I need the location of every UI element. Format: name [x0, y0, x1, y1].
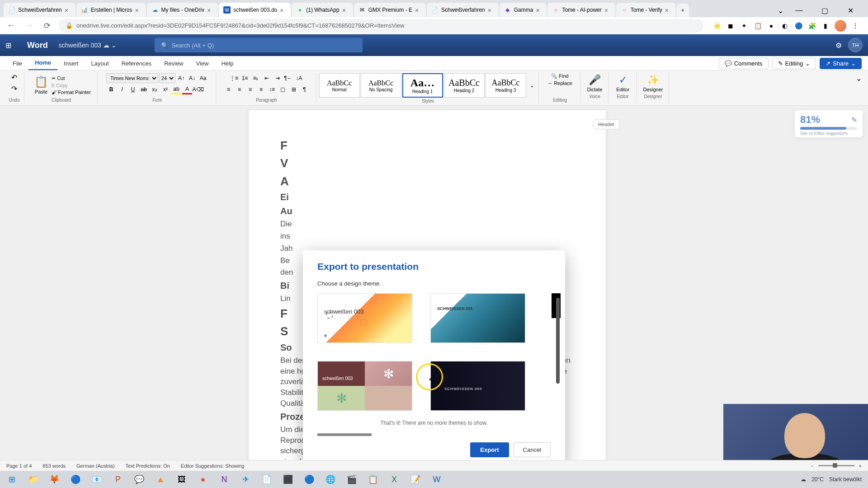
scrollbar[interactable]	[556, 298, 560, 384]
theme-option[interactable]: schweißen 003	[317, 293, 412, 343]
decrease-font-icon[interactable]: A↓	[187, 73, 197, 83]
tab-home[interactable]: Home	[28, 56, 57, 70]
browser-tab[interactable]: ●(1) WhatsApp×	[292, 3, 353, 17]
gear-icon[interactable]: ⚙	[835, 41, 842, 50]
styles-more-button[interactable]: ⌄	[527, 80, 537, 90]
find-button[interactable]: 🔍 Find	[551, 73, 568, 79]
bold-button[interactable]: B	[106, 84, 116, 94]
shading-button[interactable]: ▢	[278, 84, 288, 94]
font-size-select[interactable]: 24	[159, 73, 175, 83]
close-icon[interactable]: ×	[135, 7, 142, 13]
extension-icon[interactable]: 🔵	[794, 21, 803, 30]
page-indicator[interactable]: Page 1 of 4	[6, 463, 32, 469]
style-heading-1[interactable]: Aa…Heading 1	[402, 73, 443, 98]
browser-tab[interactable]: 📄Schweißverfahren×	[427, 3, 499, 17]
chrome-icon[interactable]: 🔵	[66, 472, 85, 487]
format-painter-button[interactable]: 🖌 Format Painter	[52, 89, 91, 95]
extension-icon[interactable]: 📋	[753, 21, 762, 30]
align-right-button[interactable]: ≡	[245, 84, 255, 94]
onenote-icon[interactable]: N	[214, 472, 234, 487]
strikethrough-button[interactable]: ab	[139, 84, 149, 94]
export-button[interactable]: Export	[470, 442, 509, 457]
weather-text[interactable]: Stark bewölkt	[829, 476, 862, 483]
menu-icon[interactable]: ⋮	[851, 21, 860, 30]
close-button[interactable]: ✕	[840, 4, 861, 17]
close-icon[interactable]: ×	[65, 7, 71, 13]
suggestions-indicator[interactable]: Editor Suggestions: Showing	[181, 463, 245, 469]
increase-font-icon[interactable]: A↑	[176, 73, 186, 83]
theme-option[interactable]: SCHWEISSEN 003	[430, 293, 525, 343]
app-icon[interactable]: 🔵	[299, 472, 319, 487]
extension-icon[interactable]: ⭐	[712, 21, 722, 30]
scrollbar[interactable]	[317, 433, 372, 436]
document-name[interactable]: schweißen 003 ☁ ⌄	[59, 42, 117, 49]
copy-button[interactable]: ⎘ Copy	[52, 83, 91, 88]
tab-layout[interactable]: Layout	[85, 57, 115, 70]
weather-icon[interactable]: ☁	[801, 476, 806, 483]
browser-tab-active[interactable]: Wschweißen 003.do×	[219, 3, 291, 17]
zoom-slider[interactable]	[818, 465, 854, 466]
close-icon[interactable]: ×	[280, 7, 286, 13]
outlook-icon[interactable]: 📧	[87, 472, 107, 487]
text-direction-button[interactable]: ¶←	[283, 73, 293, 83]
font-color-button[interactable]: A	[182, 84, 192, 94]
share-button[interactable]: ↗Share ⌄	[820, 58, 862, 69]
underline-button[interactable]: U	[128, 84, 138, 94]
start-button[interactable]: ⊞	[2, 472, 22, 487]
extension-icon[interactable]: ✦	[740, 21, 749, 30]
cut-button[interactable]: ✂ Cut	[52, 75, 91, 81]
app-icon[interactable]: ⬛	[278, 472, 298, 487]
dictate-button[interactable]: 🎤 Dictate	[584, 73, 605, 93]
bullets-button[interactable]: ⋮≡	[229, 73, 239, 83]
close-icon[interactable]: ×	[415, 7, 421, 13]
sort-button[interactable]: ↓A	[294, 73, 304, 83]
tab-review[interactable]: Review	[158, 57, 190, 70]
theme-option[interactable]: schweißen 003 ✻ ✻	[317, 361, 412, 411]
vlc-icon[interactable]: ▲	[151, 472, 170, 487]
extensions-menu-icon[interactable]: 🧩	[807, 21, 816, 30]
minimize-button[interactable]: —	[789, 4, 809, 17]
maximize-button[interactable]: ▢	[815, 4, 835, 17]
replace-button[interactable]: ↔ Replace	[547, 80, 572, 86]
browser-tab[interactable]: ✉GMX Premium - E×	[354, 3, 426, 17]
style-no-spacing[interactable]: AaBbCcNo Spacing	[361, 73, 401, 98]
user-avatar[interactable]: TH	[848, 38, 863, 52]
word-icon[interactable]: W	[427, 472, 447, 487]
temperature[interactable]: 20°C	[811, 476, 824, 483]
app-icon[interactable]: 💬	[129, 472, 149, 487]
highlight-button[interactable]: ab	[171, 84, 181, 94]
subscript-button[interactable]: x₂	[150, 84, 160, 94]
browser-tab[interactable]: 📄Schweißverfahren×	[4, 3, 75, 17]
change-case-icon[interactable]: Aa	[198, 73, 208, 83]
app-icon[interactable]: 🎬	[342, 472, 362, 487]
word-count[interactable]: 853 words	[42, 463, 66, 469]
bookmarks-icon[interactable]: ▮	[821, 21, 830, 30]
new-tab-button[interactable]: +	[677, 4, 689, 17]
font-select[interactable]: Times New Roman...	[106, 73, 158, 83]
theme-option[interactable]: SCHWEISSEN 003	[430, 361, 525, 411]
tab-references[interactable]: References	[115, 57, 158, 70]
powerpoint-icon[interactable]: P	[108, 472, 128, 487]
close-icon[interactable]: ×	[207, 7, 213, 13]
profile-avatar[interactable]	[835, 20, 846, 32]
language-indicator[interactable]: German (Austria)	[76, 463, 114, 469]
align-left-button[interactable]: ≡	[224, 84, 234, 94]
chevron-down-icon[interactable]: ⌄	[778, 6, 783, 15]
firefox-icon[interactable]: 🦊	[44, 472, 64, 487]
line-spacing-button[interactable]: ↕≡	[267, 84, 277, 94]
cancel-button[interactable]: Cancel	[514, 442, 551, 457]
borders-button[interactable]: ⊞	[289, 84, 299, 94]
zoom-out-button[interactable]: −	[811, 463, 813, 469]
show-marks-button[interactable]: ¶	[300, 84, 310, 94]
paste-button[interactable]: 📋 Paste	[32, 75, 51, 95]
style-normal[interactable]: AaBbCcNormal	[319, 73, 360, 98]
clear-format-button[interactable]: A⌫	[193, 84, 203, 94]
justify-button[interactable]: ≡	[256, 84, 266, 94]
style-heading-2[interactable]: AaBbCcHeading 2	[444, 73, 485, 98]
notepad-icon[interactable]: 📝	[406, 472, 425, 487]
extension-icon[interactable]: ◐	[780, 21, 789, 30]
app-launcher-icon[interactable]: ⊞	[5, 40, 16, 51]
undo-icon[interactable]: ↶	[11, 73, 17, 82]
extension-icon[interactable]: ◼	[726, 21, 735, 30]
increase-indent-button[interactable]: ⇥	[273, 73, 283, 83]
